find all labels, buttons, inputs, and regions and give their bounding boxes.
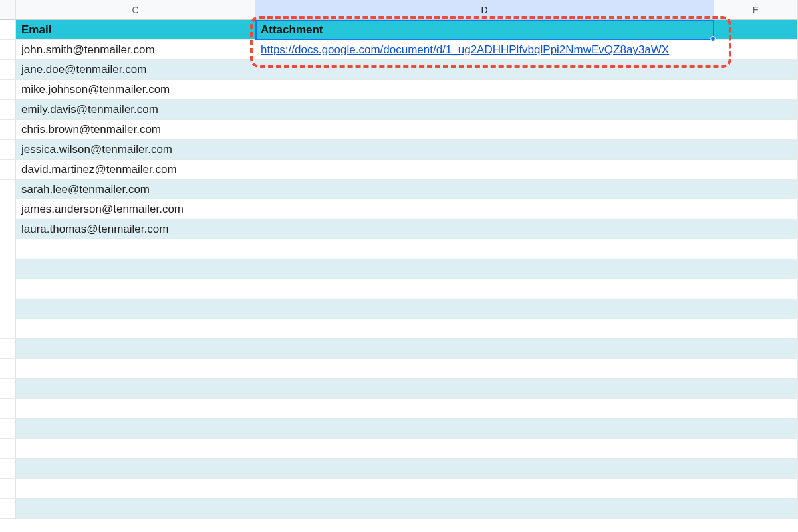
cell[interactable]	[714, 180, 798, 200]
row-stub[interactable]	[0, 60, 16, 80]
email-cell[interactable]: mike.johnson@tenmailer.com	[16, 80, 255, 100]
cell[interactable]	[16, 379, 255, 399]
row-stub[interactable]	[0, 180, 16, 200]
cell[interactable]	[714, 120, 798, 140]
cell[interactable]	[16, 319, 255, 339]
row-stub[interactable]	[0, 219, 16, 239]
row-stub[interactable]	[0, 459, 16, 479]
cell[interactable]	[255, 140, 714, 160]
cell[interactable]	[255, 399, 714, 419]
col-header-stub[interactable]	[0, 0, 16, 20]
cell[interactable]	[714, 379, 798, 399]
row-stub[interactable]	[0, 120, 16, 140]
cell[interactable]	[16, 359, 255, 379]
email-cell[interactable]: john.smith@tenmailer.com	[16, 40, 255, 60]
cell[interactable]	[16, 479, 255, 499]
row-stub[interactable]	[0, 299, 16, 319]
cell[interactable]	[255, 60, 714, 80]
cell[interactable]	[255, 279, 714, 299]
row-stub[interactable]	[0, 359, 16, 379]
cell[interactable]	[16, 459, 255, 479]
row-stub[interactable]	[0, 379, 16, 399]
row-stub[interactable]	[0, 200, 16, 219]
cell[interactable]	[255, 80, 714, 100]
cell[interactable]	[714, 60, 798, 80]
email-cell[interactable]: jessica.wilson@tenmailer.com	[16, 140, 255, 160]
cell[interactable]	[714, 339, 798, 359]
cell[interactable]	[714, 419, 798, 439]
row-stub[interactable]	[0, 160, 16, 180]
header-cell-e[interactable]	[714, 20, 798, 40]
cell[interactable]	[714, 259, 798, 279]
cell[interactable]	[255, 100, 714, 120]
cell[interactable]	[255, 180, 714, 200]
cell[interactable]	[255, 219, 714, 239]
cell[interactable]	[255, 499, 714, 519]
row-stub[interactable]	[0, 419, 16, 439]
cell[interactable]	[714, 359, 798, 379]
cell[interactable]	[714, 319, 798, 339]
col-header-d[interactable]: D	[255, 0, 714, 20]
cell[interactable]	[16, 239, 255, 259]
cell[interactable]	[16, 439, 255, 459]
email-cell[interactable]: james.anderson@tenmailer.com	[16, 200, 255, 219]
row-stub[interactable]	[0, 80, 16, 100]
attachment-header-cell[interactable]: Attachment	[255, 20, 714, 40]
cell[interactable]	[714, 279, 798, 299]
cell[interactable]	[714, 459, 798, 479]
cell[interactable]	[255, 239, 714, 259]
cell[interactable]	[255, 479, 714, 499]
cell[interactable]	[714, 439, 798, 459]
cell[interactable]	[714, 239, 798, 259]
cell[interactable]	[714, 499, 798, 519]
cell[interactable]	[714, 200, 798, 219]
cell[interactable]	[255, 339, 714, 359]
cell[interactable]	[714, 299, 798, 319]
cell[interactable]	[714, 100, 798, 120]
cell[interactable]	[714, 160, 798, 180]
cell[interactable]	[16, 299, 255, 319]
cell[interactable]	[16, 419, 255, 439]
cell[interactable]	[16, 259, 255, 279]
cell[interactable]	[714, 219, 798, 239]
row-stub[interactable]	[0, 100, 16, 120]
email-header-cell[interactable]: Email	[16, 20, 255, 40]
cell[interactable]	[714, 80, 798, 100]
cell[interactable]	[714, 140, 798, 160]
email-cell[interactable]: laura.thomas@tenmailer.com	[16, 219, 255, 239]
cell[interactable]	[16, 279, 255, 299]
cell[interactable]	[714, 399, 798, 419]
row-stub[interactable]	[0, 40, 16, 60]
cell[interactable]	[255, 319, 714, 339]
attachment-link-cell[interactable]: https://docs.google.com/document/d/1_ug2…	[255, 40, 714, 60]
email-cell[interactable]: david.martinez@tenmailer.com	[16, 160, 255, 180]
cell[interactable]	[714, 479, 798, 499]
cell[interactable]	[255, 359, 714, 379]
row-stub[interactable]	[0, 399, 16, 419]
col-header-c[interactable]: C	[16, 0, 255, 20]
cell[interactable]	[255, 299, 714, 319]
cell[interactable]	[255, 379, 714, 399]
email-cell[interactable]: emily.davis@tenmailer.com	[16, 100, 255, 120]
row-stub[interactable]	[0, 499, 16, 519]
spreadsheet-grid[interactable]: C D E Email Attachment john.smith@tenmai…	[0, 0, 798, 519]
email-cell[interactable]: jane.doe@tenmailer.com	[16, 60, 255, 80]
row-stub[interactable]	[0, 140, 16, 160]
row-stub[interactable]	[0, 319, 16, 339]
cell[interactable]	[255, 419, 714, 439]
row-stub[interactable]	[0, 479, 16, 499]
cell[interactable]	[16, 399, 255, 419]
cell[interactable]	[255, 200, 714, 219]
cell[interactable]	[714, 40, 798, 60]
row-stub[interactable]	[0, 439, 16, 459]
email-cell[interactable]: sarah.lee@tenmailer.com	[16, 180, 255, 200]
row-stub[interactable]	[0, 239, 16, 259]
cell[interactable]	[16, 499, 255, 519]
cell[interactable]	[16, 339, 255, 359]
row-stub[interactable]	[0, 20, 16, 40]
cell[interactable]	[255, 120, 714, 140]
cell[interactable]	[255, 259, 714, 279]
row-stub[interactable]	[0, 279, 16, 299]
cell[interactable]	[255, 439, 714, 459]
col-header-e[interactable]: E	[714, 0, 798, 20]
